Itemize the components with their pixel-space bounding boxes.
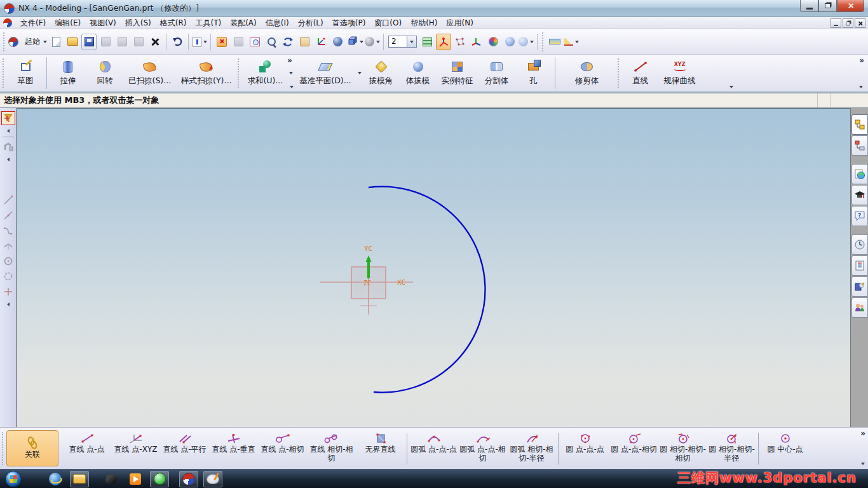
line-point-parallel-button[interactable]: 直线 点-平行: [160, 430, 209, 468]
history-tab[interactable]: [851, 234, 868, 255]
instance-feature-button[interactable]: 实例特征: [437, 55, 478, 92]
menu-item-tools[interactable]: 工具(T): [191, 17, 226, 29]
selection-filter-button[interactable]: [1, 111, 15, 125]
menu-item-edit[interactable]: 编辑(E): [50, 17, 85, 29]
extrude-button[interactable]: 拉伸: [50, 55, 86, 92]
circle-pp-tangent-button[interactable]: 圆 点-点-相切: [609, 430, 658, 468]
circle-center-point-button[interactable]: 圆 中心-点: [761, 430, 810, 468]
combo-dropdown-button[interactable]: [407, 36, 417, 48]
taskbar-explorer-button[interactable]: [70, 471, 89, 487]
measure-angle-button[interactable]: [564, 34, 579, 50]
orient-view-button[interactable]: [313, 34, 329, 50]
line-point-xyz-button[interactable]: 直线 点-XYZ: [111, 430, 160, 468]
menu-item-analysis[interactable]: 分析(L): [294, 17, 328, 29]
menu-item-insert[interactable]: 插入(S): [121, 17, 156, 29]
line-point-tangent-button[interactable]: 直线 点-相切: [258, 430, 307, 468]
undo-button[interactable]: [170, 34, 185, 50]
quick-circle-button[interactable]: [1, 254, 15, 268]
quick-line-point-button[interactable]: [1, 208, 15, 222]
quick-point-button[interactable]: [1, 285, 15, 299]
mdi-restore-button[interactable]: [843, 18, 853, 28]
swept-button[interactable]: 已扫掠(S)...: [123, 55, 176, 92]
minimize-button[interactable]: [800, 0, 818, 12]
arc-pp-tangent-button[interactable]: 圆弧 点-点-相切: [458, 430, 507, 468]
assembly-navigator-tab[interactable]: [851, 114, 868, 135]
flyout-arrow[interactable]: [7, 126, 10, 135]
toolbar-overflow-chevron[interactable]: »: [859, 56, 864, 65]
menu-item-application[interactable]: 应用(N): [442, 17, 478, 29]
flyout-arrow[interactable]: [7, 299, 10, 308]
close-button[interactable]: [837, 0, 864, 12]
flyout-arrow[interactable]: [7, 154, 10, 163]
layer-settings-button[interactable]: [419, 34, 435, 50]
start-menu-button[interactable]: 起始: [8, 34, 47, 50]
body-taper-button[interactable]: 体拔模: [400, 55, 437, 92]
menu-item-information[interactable]: 信息(I): [261, 17, 294, 29]
split-body-button[interactable]: 分割体: [478, 55, 515, 92]
menu-item-preferences[interactable]: 首选项(P): [328, 17, 370, 29]
snap-point-button[interactable]: [1, 140, 15, 154]
refresh-button[interactable]: [214, 34, 229, 50]
zoom-button[interactable]: [264, 34, 279, 50]
line-point-point-button[interactable]: 直线 点-点: [62, 430, 111, 468]
delete-button[interactable]: [147, 34, 163, 50]
arc-ppp-button[interactable]: 圆弧 点-点-点: [409, 430, 458, 468]
toolbar-grip[interactable]: [2, 432, 5, 465]
circle-ppp-button[interactable]: 圆 点-点-点: [560, 430, 609, 468]
menu-item-window[interactable]: 窗口(O): [370, 17, 406, 29]
hole-button[interactable]: 孔: [515, 55, 552, 92]
line-point-perpendicular-button[interactable]: 直线 点-垂直: [209, 430, 258, 468]
associative-toggle[interactable]: 关联: [6, 430, 58, 466]
new-file-button[interactable]: [48, 34, 64, 50]
display-mode-button[interactable]: [346, 34, 363, 50]
toolbar-overflow-chevron[interactable]: »: [287, 56, 292, 65]
toolbar-collapse-arrow[interactable]: [729, 81, 733, 90]
datum-plane-button[interactable]: 基准平面(D)...: [294, 55, 356, 92]
work-layer-value[interactable]: 2: [388, 36, 407, 48]
toolbar-collapse-arrow[interactable]: [859, 81, 863, 90]
fit-view-button[interactable]: [247, 34, 262, 50]
information-button[interactable]: [192, 34, 207, 50]
object-display-button[interactable]: [485, 34, 501, 50]
rotate-view-button[interactable]: [280, 34, 295, 50]
toolbar-grip[interactable]: [3, 32, 6, 51]
datum-plane-dropdown[interactable]: [356, 55, 363, 92]
sketch-button[interactable]: 草图: [7, 55, 44, 92]
arc-tt-radius-button[interactable]: 圆弧 相切-相切-半径: [507, 430, 556, 468]
toolbar-collapse-arrow[interactable]: [861, 458, 865, 467]
circle-ttt-button[interactable]: 圆 相切-相切-相切: [658, 430, 707, 468]
mdi-minimize-button[interactable]: [831, 18, 841, 28]
render-style-button[interactable]: [365, 34, 380, 50]
revolve-button[interactable]: 回转: [86, 55, 123, 92]
browser-tab[interactable]: [851, 164, 868, 184]
unbounded-line-button[interactable]: 无界直线: [356, 430, 405, 468]
point-set-button[interactable]: [452, 34, 468, 50]
restore-button[interactable]: [818, 0, 837, 12]
palettes-tab[interactable]: [851, 255, 868, 276]
taskbar-nx-button[interactable]: [179, 471, 198, 487]
toolbar-grip[interactable]: [618, 58, 621, 88]
quick-circle2-button[interactable]: [1, 269, 15, 283]
circle-tt-radius-button[interactable]: 圆 相切-相切-半径: [707, 430, 756, 468]
menu-item-file[interactable]: 文件(F): [16, 17, 50, 29]
mdi-close-button[interactable]: [855, 18, 865, 28]
styled-sweep-button[interactable]: 样式扫掠(Y)...: [176, 55, 236, 92]
toolbar-overflow-chevron[interactable]: »: [860, 429, 865, 438]
system-tools-tab[interactable]: [851, 276, 868, 297]
roles-tab[interactable]: [851, 297, 868, 318]
tutorials-tab[interactable]: [851, 185, 868, 205]
menu-item-help[interactable]: 帮助(H): [406, 17, 442, 29]
work-layer-combo[interactable]: 2: [388, 36, 417, 48]
hide-object-button[interactable]: [502, 34, 517, 50]
menu-item-view[interactable]: 视图(V): [85, 17, 121, 29]
quick-line-button[interactable]: [1, 193, 15, 207]
menu-item-format[interactable]: 格式(R): [156, 17, 191, 29]
taskbar-paint-button[interactable]: [203, 471, 222, 487]
unite-button[interactable]: 求和(U)...: [242, 55, 288, 92]
line-button[interactable]: 直线: [622, 55, 659, 92]
start-button[interactable]: [5, 471, 22, 487]
toolbar-grip[interactable]: [3, 58, 6, 88]
menu-item-assemblies[interactable]: 装配(A): [226, 17, 261, 29]
toolbar-collapse-arrow[interactable]: [290, 81, 294, 90]
graphics-viewport[interactable]: YC XC ZC: [17, 108, 850, 427]
